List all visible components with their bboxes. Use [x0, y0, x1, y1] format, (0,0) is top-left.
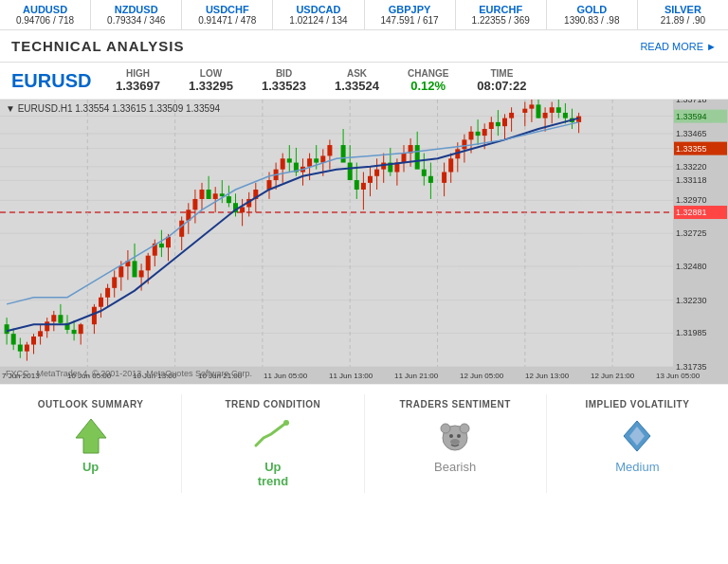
- change-price: CHANGE 0.12%: [408, 68, 448, 93]
- ticker-bar: AUDUSD 0.94706 / 718 NZDUSD 0.79334 / 34…: [0, 0, 728, 30]
- ticker-name-usdcad: USDCAD: [275, 4, 361, 15]
- bearish-icon: [436, 417, 474, 455]
- ask-price: ASK 1.33524: [335, 68, 379, 93]
- chart-container: ▼ EURUSD.H1 1.33554 1.33615 1.33509 1.33…: [0, 100, 728, 384]
- instrument-name: EURUSD: [11, 70, 97, 92]
- svg-point-7: [450, 439, 460, 445]
- svg-point-1: [283, 420, 289, 426]
- sentiment-value: Bearish: [374, 460, 537, 474]
- ticker-name-nzdusd: NZDUSD: [93, 4, 179, 15]
- trend-label: TREND CONDITION: [191, 399, 354, 409]
- ticker-gold[interactable]: GOLD 1390.83 / .98: [547, 0, 638, 29]
- svg-point-5: [449, 434, 453, 438]
- traders-sentiment: TRADERS SENTIMENT Bearish: [365, 394, 547, 493]
- ticker-gbpjpy[interactable]: GBPJPY 147.591 / 617: [365, 0, 456, 29]
- ticker-name-silver: SILVER: [640, 4, 726, 15]
- volatility-label: IMPLIED VOLATILITY: [556, 399, 719, 409]
- ticker-name-audusd: AUDUSD: [2, 4, 88, 15]
- ticker-name-eurchf: EURCHF: [458, 4, 544, 15]
- analysis-section: OUTLOOK SUMMARY Up TREND CONDITION Uptre…: [0, 384, 728, 498]
- ticker-value-silver: 21.89 / .90: [640, 15, 726, 26]
- up-arrow-icon: [72, 417, 110, 455]
- chart-canvas[interactable]: [0, 100, 728, 384]
- ticker-value-gbpjpy: 147.591 / 617: [367, 15, 453, 26]
- ticker-value-audusd: 0.94706 / 718: [2, 15, 88, 26]
- arrow-right-icon: ►: [706, 41, 717, 52]
- bid-price: BID 1.33523: [262, 68, 306, 93]
- ticker-name-gbpjpy: GBPJPY: [367, 4, 453, 15]
- trend-condition: TREND CONDITION Uptrend: [182, 394, 364, 493]
- volatility-value: Medium: [556, 460, 719, 474]
- ticker-usdcad[interactable]: USDCAD 1.02124 / 134: [273, 0, 364, 29]
- chart-copyright: FXCC - MetaTrader 4, © 2001-2013, MetaQu…: [6, 369, 252, 378]
- instrument-row: EURUSD HIGH 1.33697 LOW 1.33295 BID 1.33…: [0, 63, 728, 100]
- ta-title: TECHNICAL ANALYSIS: [11, 38, 184, 54]
- implied-volatility: IMPLIED VOLATILITY Medium: [547, 394, 728, 493]
- ticker-eurchf[interactable]: EURCHF 1.22355 / 369: [456, 0, 547, 29]
- ticker-value-usdchf: 0.91471 / 478: [184, 15, 270, 26]
- ticker-value-gold: 1390.83 / .98: [549, 15, 635, 26]
- ticker-silver[interactable]: SILVER 21.89 / .90: [638, 0, 728, 29]
- svg-point-3: [441, 424, 450, 433]
- volatility-icon: [618, 417, 656, 455]
- ticker-usdchf[interactable]: USDCHF 0.91471 / 478: [182, 0, 273, 29]
- sentiment-label: TRADERS SENTIMENT: [374, 399, 537, 409]
- low-price: LOW 1.33295: [189, 68, 233, 93]
- ticker-audusd[interactable]: AUDUSD 0.94706 / 718: [0, 0, 91, 29]
- ticker-value-nzdusd: 0.79334 / 346: [93, 15, 179, 26]
- ticker-name-gold: GOLD: [549, 4, 635, 15]
- ticker-value-eurchf: 1.22355 / 369: [458, 15, 544, 26]
- outlook-value: Up: [9, 460, 172, 474]
- chart-info: ▼ EURUSD.H1 1.33554 1.33615 1.33509 1.33…: [6, 103, 220, 114]
- time-price: TIME 08:07:22: [477, 68, 526, 93]
- ticker-nzdusd[interactable]: NZDUSD 0.79334 / 346: [91, 0, 182, 29]
- svg-marker-0: [76, 419, 106, 453]
- high-price: HIGH 1.33697: [116, 68, 160, 93]
- ta-readmore-link[interactable]: READ MORE ►: [640, 41, 717, 52]
- svg-point-6: [457, 434, 461, 438]
- outlook-label: OUTLOOK SUMMARY: [9, 399, 172, 409]
- trend-icon: [254, 417, 292, 455]
- price-group: HIGH 1.33697 LOW 1.33295 BID 1.33523 ASK…: [116, 68, 526, 93]
- outlook-summary: OUTLOOK SUMMARY Up: [0, 394, 182, 493]
- ticker-value-usdcad: 1.02124 / 134: [275, 15, 361, 26]
- svg-point-4: [460, 424, 469, 433]
- ta-header: TECHNICAL ANALYSIS READ MORE ►: [0, 30, 728, 63]
- ticker-name-usdchf: USDCHF: [184, 4, 270, 15]
- trend-value: Uptrend: [191, 460, 354, 488]
